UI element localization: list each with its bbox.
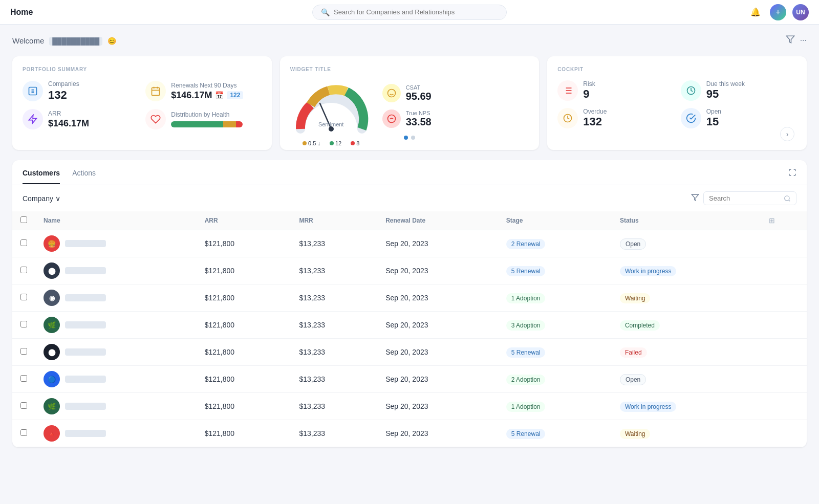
row-status-cell: Completed xyxy=(612,312,761,339)
row-checkbox[interactable] xyxy=(20,375,27,382)
widget-title-label: WIDGET TITLE xyxy=(290,67,529,72)
arr-item: ARR $146.17M xyxy=(23,109,138,129)
row-checkbox-cell xyxy=(12,284,35,312)
health-yellow-segment xyxy=(223,121,236,127)
th-status: Status xyxy=(612,211,761,230)
row-checkbox[interactable] xyxy=(20,402,27,409)
table-filter-button[interactable] xyxy=(691,193,699,204)
row-stage-badge: 2 Renewal xyxy=(506,239,546,249)
global-search-input[interactable] xyxy=(334,8,498,16)
table-search-icon xyxy=(784,195,791,202)
nps-stats: True NPS 33.58 xyxy=(406,110,432,128)
notifications-button[interactable]: 🔔 xyxy=(747,4,764,20)
row-name-cell: 🔵 xyxy=(35,366,197,393)
nav-search-box[interactable]: 🔍 xyxy=(312,5,507,20)
row-checkbox[interactable] xyxy=(20,429,27,436)
svg-point-7 xyxy=(387,90,395,97)
chevron-down-icon: ∨ xyxy=(55,194,60,203)
nps-label: True NPS xyxy=(406,110,432,116)
select-all-checkbox[interactable] xyxy=(20,216,27,223)
row-arr-cell: $121,800 xyxy=(197,420,291,447)
risk-item: Risk 9 xyxy=(557,80,673,101)
tab-actions[interactable]: Actions xyxy=(72,169,96,184)
companies-value: 132 xyxy=(48,89,79,102)
dot-1[interactable] xyxy=(404,136,408,140)
svg-line-22 xyxy=(789,200,790,201)
risk-label: Risk xyxy=(583,80,595,87)
row-status-badge: Open xyxy=(620,238,646,250)
row-checkbox[interactable] xyxy=(20,321,27,327)
filter-button[interactable] xyxy=(786,35,795,46)
open-value: 15 xyxy=(706,115,721,128)
risk-icon xyxy=(557,80,578,101)
plus-icon: + xyxy=(775,8,780,17)
tab-customers[interactable]: Customers xyxy=(23,169,60,184)
row-mrr-cell: $13,233 xyxy=(291,230,377,257)
csat-value: 95.69 xyxy=(406,91,432,102)
table-search-box[interactable] xyxy=(703,191,796,205)
legend-yellow: 0.5 ↓ xyxy=(303,140,320,146)
company-logo: ⬤ xyxy=(44,262,60,279)
company-cell: ◉ xyxy=(44,290,188,306)
row-status-cell: Work in progress xyxy=(612,257,761,284)
company-logo: 🔺 xyxy=(44,425,60,442)
row-status-badge: Open xyxy=(620,374,646,385)
row-stage-badge: 5 Renewal xyxy=(506,429,546,439)
widgets-wrapper: PORTFOLIO SUMMARY Companies 132 xyxy=(12,56,807,150)
table-search-input[interactable] xyxy=(709,194,781,202)
renewals-label: Renewals Next 90 Days xyxy=(171,82,243,89)
row-arr: $121,800 xyxy=(205,402,234,410)
dot-2[interactable] xyxy=(411,136,415,140)
open-stats: Open 15 xyxy=(706,108,721,128)
th-mrr: MRR xyxy=(291,211,377,230)
row-name-cell: ◉ xyxy=(35,284,197,312)
main-content: Welcome ██████████ 😊 ··· PORTFOLIO SUMMA… xyxy=(0,25,819,457)
row-renewal-date: Sep 20, 2023 xyxy=(385,375,428,383)
renewals-count: 122 xyxy=(227,91,243,99)
health-stats: Distribution by Health xyxy=(171,111,243,127)
widget-center: Sentiment 0.5 ↓ 12 8 xyxy=(290,80,529,132)
calendar-icon: 📅 xyxy=(215,91,224,99)
risk-value: 9 xyxy=(583,87,595,101)
column-config-button[interactable]: ⊞ xyxy=(769,216,775,225)
row-checkbox-cell xyxy=(12,339,35,366)
table-row: 🔺 $121,800 $13,233 Sep 20, 2023 5 Renewa… xyxy=(12,420,807,447)
welcome-actions: ··· xyxy=(786,35,807,46)
svg-point-21 xyxy=(785,195,789,200)
customers-table: Name ARR MRR Renewal Date Stage Status ⊞… xyxy=(12,211,807,447)
health-item: Distribution by Health xyxy=(145,109,261,129)
row-status-cell: Failed xyxy=(612,339,761,366)
cockpit-grid: Risk 9 Due this week 95 xyxy=(557,80,796,128)
company-logo: ◉ xyxy=(44,290,60,306)
company-filter-label: Company xyxy=(23,194,53,203)
row-extra-cell xyxy=(761,284,807,312)
company-name xyxy=(65,403,106,410)
row-renewal-cell: Sep 20, 2023 xyxy=(377,230,498,257)
row-stage-cell: 5 Renewal xyxy=(498,257,612,284)
row-checkbox[interactable] xyxy=(20,239,27,246)
company-filter-button[interactable]: Company ∨ xyxy=(23,194,60,203)
row-mrr-cell: $13,233 xyxy=(291,339,377,366)
row-checkbox-cell xyxy=(12,420,35,447)
nps-metric: True NPS 33.58 xyxy=(382,109,432,128)
sentiment-legend: 0.5 ↓ 12 8 xyxy=(290,140,372,146)
top-nav: Home 🔍 🔔 + UN xyxy=(0,0,819,25)
row-name-cell: 🌿 xyxy=(35,393,197,420)
row-stage-cell: 2 Adoption xyxy=(498,366,612,393)
companies-icon xyxy=(23,81,43,101)
sentiment-label: Sentiment xyxy=(290,121,372,127)
due-stats: Due this week 95 xyxy=(706,80,745,101)
row-status-cell: Open xyxy=(612,230,761,257)
company-logo: 🌿 xyxy=(44,317,60,333)
more-options-button[interactable]: ··· xyxy=(800,35,807,46)
carousel-next-button[interactable]: › xyxy=(780,127,794,141)
add-button[interactable]: + xyxy=(770,4,786,20)
row-status-badge: Work in progress xyxy=(620,402,676,412)
row-checkbox[interactable] xyxy=(20,267,27,273)
row-extra-cell xyxy=(761,312,807,339)
avatar[interactable]: UN xyxy=(792,4,809,20)
expand-button[interactable] xyxy=(788,168,796,179)
row-checkbox[interactable] xyxy=(20,348,27,355)
nps-value: 33.58 xyxy=(406,116,432,128)
row-checkbox[interactable] xyxy=(20,294,27,300)
